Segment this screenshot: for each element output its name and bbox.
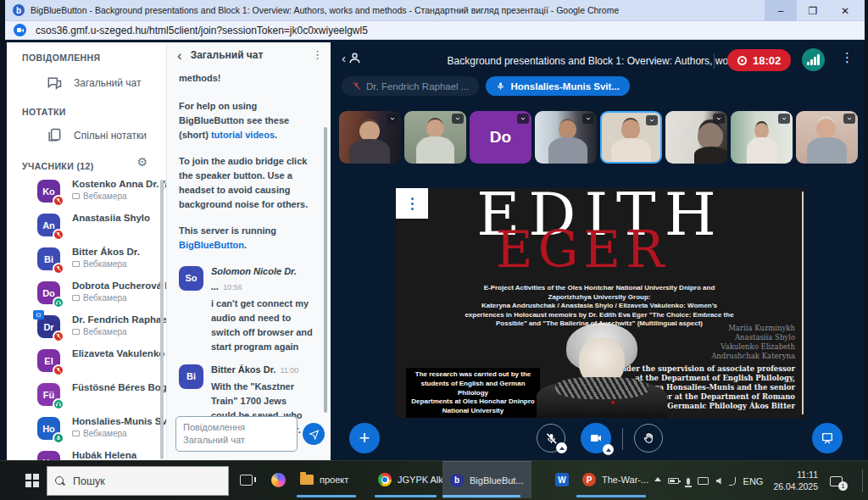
avatar: Hu bbox=[37, 451, 60, 460]
participant-row[interactable]: Do Dobrota Pucherová Dr. Вебкамера bbox=[7, 280, 166, 314]
chat-back-icon[interactable]: ‹ bbox=[177, 48, 182, 63]
participant-row[interactable]: Dr Dr. Fendrich Raphael Nicolas Вебкамер… bbox=[7, 314, 166, 347]
manage-users-gear-icon[interactable]: ⚙ bbox=[136, 155, 147, 169]
options-kebab-icon[interactable]: ⋮ bbox=[841, 50, 854, 65]
avatar: Ko bbox=[37, 180, 60, 203]
screenshare-icon bbox=[33, 310, 44, 319]
copilot-icon[interactable] bbox=[271, 473, 286, 487]
avatar: Fü bbox=[37, 383, 60, 406]
webcam-icon bbox=[72, 295, 80, 301]
participant-row[interactable]: An Anastasiia Shylo bbox=[7, 212, 166, 246]
participants-scrollbar[interactable] bbox=[160, 180, 164, 459]
participant-row[interactable]: Ho Honslalies-Munis Svitlana Dr. Вебкаме… bbox=[7, 415, 166, 449]
talking-indicator-muted[interactable]: Dr. Fendrich Raphael ... bbox=[342, 76, 479, 96]
task-view-icon[interactable] bbox=[240, 475, 253, 486]
send-message-button[interactable] bbox=[303, 423, 325, 445]
participant-row[interactable]: Ko Kostenko Anna Dr. (Bu) Вебкамера bbox=[7, 178, 166, 212]
tray-mic-icon[interactable] bbox=[687, 478, 690, 485]
language-indicator[interactable]: ENG bbox=[743, 476, 764, 486]
presentation-slide[interactable]: EDITH EGER E-Project Activities of the O… bbox=[396, 188, 805, 418]
participant-row[interactable]: Fü Füstösné Béres Boglárka bbox=[7, 381, 166, 415]
chat-options-icon[interactable]: ⋮ bbox=[312, 48, 323, 61]
notification-center-icon[interactable]: 1 bbox=[830, 476, 843, 486]
tutorial-videos-link[interactable]: tutorial videos bbox=[211, 130, 275, 140]
webcam-tile[interactable] bbox=[535, 111, 597, 164]
slide-student-names: Mariia Kuzminykh Anastasiia Shylo Vakule… bbox=[711, 324, 795, 361]
raise-hand-button[interactable] bbox=[634, 424, 663, 453]
actions-plus-button[interactable]: + bbox=[349, 423, 380, 453]
chevron-down-icon[interactable] bbox=[843, 114, 855, 124]
sidebar-item-public-chat[interactable]: Загальний чат bbox=[46, 75, 142, 92]
restore-presentation-button[interactable] bbox=[812, 423, 843, 453]
message-time: 11:00 bbox=[280, 366, 298, 375]
show-desktop-strip[interactable] bbox=[862, 469, 863, 492]
recording-indicator[interactable]: 18:02 bbox=[727, 49, 791, 71]
tray-device-icon[interactable] bbox=[729, 477, 736, 486]
webcam-tile[interactable] bbox=[665, 111, 727, 164]
chevron-down-icon[interactable] bbox=[582, 114, 594, 124]
taskbar-app-bigbluebutton[interactable]: b BigBlueBut... bbox=[442, 461, 531, 498]
mic-off-icon bbox=[53, 331, 64, 342]
taskbar-app-powerpoint[interactable]: P The-War-... bbox=[575, 461, 656, 498]
connection-status-icon[interactable] bbox=[802, 48, 825, 71]
camera-icon bbox=[589, 431, 603, 445]
sidebar-item-shared-notes[interactable]: Спільні нотатки bbox=[46, 127, 147, 144]
chevron-down-icon[interactable] bbox=[387, 114, 398, 124]
taskbar-search-box[interactable]: Пошук bbox=[47, 466, 229, 496]
close-button[interactable]: ✕ bbox=[829, 0, 861, 21]
chat-scrollbar[interactable] bbox=[324, 127, 327, 413]
talking-indicator-active[interactable]: Honslalies-Munis Svit... bbox=[486, 76, 629, 96]
mic-off-icon bbox=[53, 229, 64, 241]
webcam-tile[interactable] bbox=[731, 111, 793, 164]
search-placeholder: Пошук bbox=[73, 475, 105, 487]
webcam-options-chevron[interactable] bbox=[603, 444, 614, 455]
hidden-icons-chevron[interactable] bbox=[654, 477, 661, 481]
window-title: BigBlueButton - Background presentations… bbox=[31, 5, 619, 15]
chat-message-input[interactable]: Повідомлення Загальний чат bbox=[175, 416, 298, 452]
participant-row[interactable]: El Elizaveta Vakulenko bbox=[7, 347, 166, 381]
clock[interactable]: 11:11 26.04.2025 bbox=[773, 469, 818, 492]
avatar-tile[interactable]: Do bbox=[470, 111, 531, 164]
folder-icon bbox=[300, 475, 314, 485]
mute-button[interactable] bbox=[537, 424, 565, 453]
taskbar-app-folder[interactable]: проект bbox=[292, 461, 356, 498]
chevron-down-icon[interactable] bbox=[713, 114, 725, 124]
webcam-tile-active-speaker[interactable] bbox=[600, 111, 662, 164]
taskbar-app-word[interactable]: W bbox=[548, 461, 576, 498]
chevron-down-icon[interactable] bbox=[517, 114, 529, 124]
chevron-down-icon[interactable] bbox=[646, 115, 658, 125]
webcam-tile[interactable] bbox=[796, 111, 858, 164]
webcam-tile[interactable] bbox=[404, 111, 466, 164]
listen-only-icon bbox=[53, 398, 64, 410]
bbb-sidebar: ПОВІДОМЛЕННЯ Загальний чат НОТАТКИ Спіль… bbox=[7, 42, 166, 460]
mic-options-chevron[interactable] bbox=[556, 442, 567, 453]
back-chevron-icon: ‹ bbox=[342, 51, 346, 65]
maximize-button[interactable]: ❐ bbox=[797, 0, 829, 21]
webcam-tile[interactable] bbox=[339, 111, 401, 164]
shared-notes-icon bbox=[46, 127, 63, 144]
participant-row[interactable]: Hu Hubák Helena bbox=[7, 449, 166, 460]
camera-permission-icon[interactable] bbox=[14, 24, 26, 36]
hand-icon bbox=[643, 432, 655, 445]
slide-scrollbar[interactable] bbox=[802, 192, 804, 414]
chevron-down-icon[interactable] bbox=[452, 114, 464, 124]
network-icon[interactable] bbox=[698, 477, 709, 485]
volume-icon[interactable] bbox=[716, 478, 721, 485]
avatar: An bbox=[37, 214, 60, 236]
url-text[interactable]: csos36.gmf.u-szeged.hu/html5client/join?… bbox=[36, 25, 368, 36]
url-bar[interactable]: csos36.gmf.u-szeged.hu/html5client/join?… bbox=[5, 21, 865, 40]
toggle-userlist-button[interactable]: ‹ bbox=[342, 51, 362, 65]
presentation-options-button[interactable] bbox=[396, 188, 428, 219]
participant-row[interactable]: Bi Bitter Ákos Dr. Вебкамера bbox=[7, 246, 166, 280]
bigbluebutton-link[interactable]: BigBlueButton bbox=[179, 240, 244, 250]
webcam-icon bbox=[72, 329, 80, 335]
search-icon bbox=[55, 476, 65, 486]
messages-header: ПОВІДОМЛЕННЯ bbox=[22, 53, 101, 63]
start-button[interactable] bbox=[25, 474, 39, 487]
chevron-down-icon[interactable] bbox=[778, 114, 790, 124]
webcam-button[interactable] bbox=[581, 423, 611, 453]
word-icon: W bbox=[555, 473, 569, 486]
minimize-button[interactable]: – bbox=[765, 0, 797, 21]
battery-icon[interactable] bbox=[668, 478, 679, 484]
mic-off-icon bbox=[53, 195, 64, 207]
